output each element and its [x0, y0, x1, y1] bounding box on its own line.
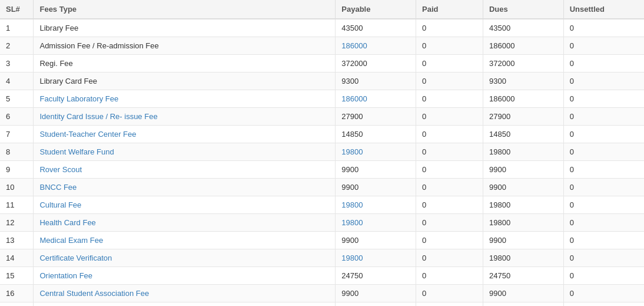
table-row: 14Certificate Verificaton198000198000 — [0, 249, 644, 267]
table-row: 9Rover Scout9900099000 — [0, 161, 644, 179]
cell-fees-type: Admission Fee / Re-admission Fee — [34, 37, 336, 55]
cell-unsettled: 0 — [563, 108, 644, 126]
cell-paid: 0 — [416, 179, 483, 196]
cell-sl: 14 — [0, 249, 34, 267]
table-row: 13Medical Exam Fee9900099000 — [0, 232, 644, 249]
cell-payable: 9300 — [336, 73, 416, 90]
header-payable: Payable — [336, 0, 416, 19]
table-row: 11Cultural Fee198000198000 — [0, 196, 644, 214]
table-row: 7Student-Teacher Center Fee148500148500 — [0, 126, 644, 143]
cell-payable: 14850 — [336, 126, 416, 143]
cell-paid: 0 — [416, 161, 483, 179]
table-row: 17Slip Book Fee4950049500 — [0, 302, 644, 307]
cell-dues: 14850 — [483, 126, 563, 143]
cell-dues: 19800 — [483, 214, 563, 232]
cell-paid: 0 — [416, 55, 483, 73]
cell-fees-type[interactable]: Orientation Fee — [34, 267, 336, 285]
cell-paid: 0 — [416, 285, 483, 302]
cell-payable: 4950 — [336, 302, 416, 307]
cell-dues: 43500 — [483, 19, 563, 37]
cell-sl: 16 — [0, 285, 34, 302]
cell-payable[interactable]: 19800 — [336, 143, 416, 161]
cell-dues: 9900 — [483, 285, 563, 302]
cell-paid: 0 — [416, 267, 483, 285]
cell-dues: 9300 — [483, 73, 563, 90]
cell-paid: 0 — [416, 214, 483, 232]
cell-paid: 0 — [416, 143, 483, 161]
cell-paid: 0 — [416, 37, 483, 55]
cell-fees-type[interactable]: Certificate Verificaton — [34, 249, 336, 267]
cell-fees-type[interactable]: Student-Teacher Center Fee — [34, 126, 336, 143]
cell-payable: 24750 — [336, 267, 416, 285]
cell-payable[interactable]: 186000 — [336, 90, 416, 108]
cell-unsettled: 0 — [563, 267, 644, 285]
cell-fees-type[interactable]: Student Welfare Fund — [34, 143, 336, 161]
cell-paid: 0 — [416, 126, 483, 143]
cell-unsettled: 0 — [563, 19, 644, 37]
cell-sl: 2 — [0, 37, 34, 55]
table-row: 15Orientation Fee247500247500 — [0, 267, 644, 285]
cell-paid: 0 — [416, 73, 483, 90]
cell-dues: 9900 — [483, 161, 563, 179]
cell-fees-type[interactable]: Faculty Laboratory Fee — [34, 90, 336, 108]
cell-sl: 5 — [0, 90, 34, 108]
cell-payable: 43500 — [336, 19, 416, 37]
cell-paid: 0 — [416, 249, 483, 267]
cell-dues: 19800 — [483, 249, 563, 267]
cell-payable[interactable]: 19800 — [336, 214, 416, 232]
cell-sl: 10 — [0, 179, 34, 196]
table-row: 3Regi. Fee37200003720000 — [0, 55, 644, 73]
cell-fees-type[interactable]: Rover Scout — [34, 161, 336, 179]
cell-unsettled: 0 — [563, 126, 644, 143]
cell-unsettled: 0 — [563, 161, 644, 179]
cell-fees-type[interactable]: Central Student Association Fee — [34, 285, 336, 302]
cell-payable[interactable]: 19800 — [336, 249, 416, 267]
cell-payable[interactable]: 186000 — [336, 37, 416, 55]
table-row: 4Library Card Fee9300093000 — [0, 73, 644, 90]
cell-paid: 0 — [416, 19, 483, 37]
table-row: 10BNCC Fee9900099000 — [0, 179, 644, 196]
table-row: 16Central Student Association Fee9900099… — [0, 285, 644, 302]
cell-unsettled: 0 — [563, 249, 644, 267]
cell-payable: 9900 — [336, 232, 416, 249]
table-row: 1Library Fee435000435000 — [0, 19, 644, 37]
cell-unsettled: 0 — [563, 302, 644, 307]
cell-unsettled: 0 — [563, 73, 644, 90]
cell-dues: 186000 — [483, 90, 563, 108]
cell-fees-type[interactable]: Slip Book Fee — [34, 302, 336, 307]
cell-fees-type[interactable]: Identity Card Issue / Re- issue Fee — [34, 108, 336, 126]
cell-fees-type[interactable]: BNCC Fee — [34, 179, 336, 196]
cell-fees-type: Regi. Fee — [34, 55, 336, 73]
cell-dues: 9900 — [483, 232, 563, 249]
header-fees-type: Fees Type — [34, 0, 336, 19]
cell-dues: 19800 — [483, 143, 563, 161]
table-row: 12Health Card Fee198000198000 — [0, 214, 644, 232]
cell-unsettled: 0 — [563, 179, 644, 196]
cell-paid: 0 — [416, 302, 483, 307]
cell-sl: 15 — [0, 267, 34, 285]
cell-fees-type[interactable]: Cultural Fee — [34, 196, 336, 214]
cell-paid: 0 — [416, 232, 483, 249]
header-unsettled: Unsettled — [563, 0, 644, 19]
cell-sl: 9 — [0, 161, 34, 179]
cell-dues: 372000 — [483, 55, 563, 73]
cell-fees-type[interactable]: Health Card Fee — [34, 214, 336, 232]
header-paid: Paid — [416, 0, 483, 19]
cell-payable: 372000 — [336, 55, 416, 73]
cell-unsettled: 0 — [563, 143, 644, 161]
cell-sl: 7 — [0, 126, 34, 143]
fees-table: SL# Fees Type Payable Paid Dues Unsettle… — [0, 0, 644, 306]
fees-table-container: SL# Fees Type Payable Paid Dues Unsettle… — [0, 0, 644, 306]
cell-sl: 8 — [0, 143, 34, 161]
header-dues: Dues — [483, 0, 563, 19]
cell-unsettled: 0 — [563, 232, 644, 249]
cell-payable[interactable]: 19800 — [336, 196, 416, 214]
cell-sl: 12 — [0, 214, 34, 232]
cell-fees-type[interactable]: Medical Exam Fee — [34, 232, 336, 249]
cell-payable: 9900 — [336, 179, 416, 196]
cell-sl: 4 — [0, 73, 34, 90]
cell-payable: 27900 — [336, 108, 416, 126]
cell-paid: 0 — [416, 108, 483, 126]
cell-unsettled: 0 — [563, 90, 644, 108]
cell-sl: 6 — [0, 108, 34, 126]
